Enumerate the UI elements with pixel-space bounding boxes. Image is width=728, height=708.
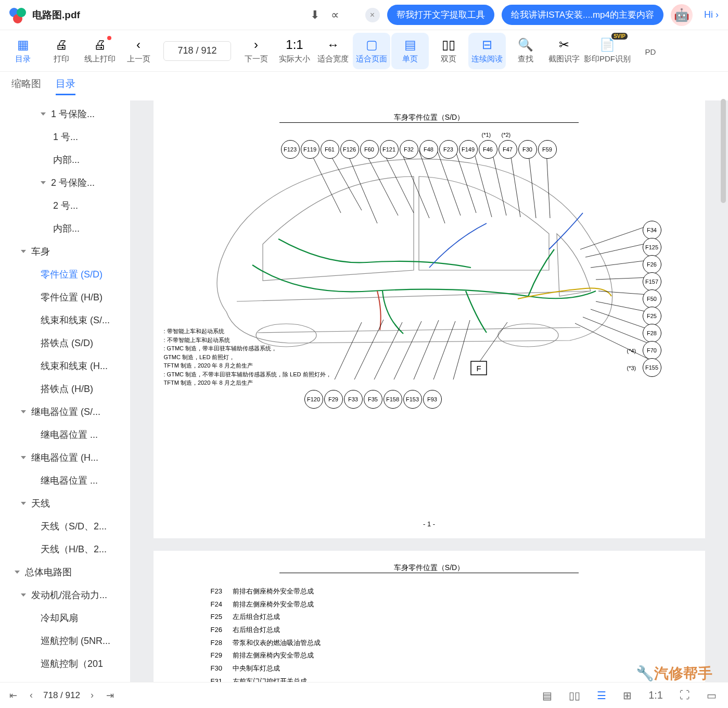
connector-label: F155 — [643, 358, 661, 377]
tool-label: 连续阅读 — [471, 54, 503, 64]
document-viewport[interactable]: 车身零件位置（S/D） — [130, 100, 728, 689]
outline-item[interactable]: 发动机/混合动力... — [0, 584, 130, 606]
svg-line-11 — [474, 150, 492, 217]
outline-item[interactable]: 零件位置 (H/B) — [0, 286, 130, 309]
outline-item[interactable]: 1 号... — [0, 125, 130, 148]
svg-point-1 — [498, 324, 558, 347]
svg-line-25 — [335, 322, 362, 380]
outline-item[interactable]: 线束和线束 (H... — [0, 355, 130, 377]
tool-PD[interactable]: PD — [632, 33, 669, 69]
outline-item[interactable]: 内部... — [0, 148, 130, 171]
outline-item[interactable]: 线束和线束 (S/... — [0, 309, 130, 332]
parts-row: F30中央制车灯总成 — [211, 662, 689, 675]
next-page-icon[interactable]: › — [91, 690, 94, 701]
outline-item[interactable]: 2 号保险... — [0, 171, 130, 194]
ai-suggestion-1[interactable]: 帮我打开文字提取工具 — [387, 5, 494, 25]
tool-查找[interactable]: 🔍查找 — [507, 33, 544, 69]
download-icon[interactable]: ⬇ — [310, 8, 320, 22]
tool-影印PDF识别[interactable]: 📄影印PDF识别SVIP — [584, 33, 631, 69]
outline-item[interactable]: 继电器位置 (H... — [0, 446, 130, 469]
outline-item[interactable]: 搭铁点 (H/B) — [0, 377, 130, 400]
connector-label: F26 — [643, 255, 661, 274]
tool-目录[interactable]: ▦目录 — [4, 33, 42, 69]
outline-item[interactable]: 车身 — [0, 240, 130, 263]
connector-label: F59 — [538, 140, 557, 159]
outline-item[interactable]: 搭铁点 (S/D) — [0, 332, 130, 355]
outline-item[interactable]: 2 号... — [0, 194, 130, 217]
zoom-fit-icon[interactable]: ⛶ — [678, 687, 692, 703]
tool-label: 适合宽度 — [317, 54, 349, 64]
view-mode-icon[interactable]: ▭ — [705, 687, 719, 704]
connector-label: F29 — [324, 390, 343, 409]
connector-label: F119 — [301, 140, 320, 159]
connector-label: F46 — [479, 140, 497, 159]
footer-page-indicator: 718 / 912 — [43, 690, 80, 701]
outline-item[interactable]: 天线（H/B、2... — [0, 538, 130, 561]
outline-item[interactable]: 继电器位置 (S/... — [0, 400, 130, 423]
tool-打印[interactable]: 🖨打印 — [43, 33, 80, 69]
outline-label: 内部... — [53, 154, 80, 166]
zoom-actual-icon[interactable]: 1:1 — [646, 687, 665, 703]
view-single-icon[interactable]: ▤ — [540, 687, 554, 704]
hi-label[interactable]: Hi › — [704, 9, 719, 20]
tool-适合宽度[interactable]: ↔适合宽度 — [314, 33, 352, 69]
tool-下一页[interactable]: ›下一页 — [237, 33, 275, 69]
vertical-scrollbar[interactable] — [721, 99, 726, 203]
tool-label: 双页 — [441, 54, 456, 64]
tool-双页[interactable]: ▯▯双页 — [430, 33, 467, 69]
connector-label: F93 — [423, 390, 442, 409]
tool-单页[interactable]: ▤单页 — [391, 33, 429, 69]
outline-item[interactable]: 1 号保险... — [0, 103, 130, 125]
outline-item[interactable]: 继电器位置 ... — [0, 423, 130, 446]
view-grid-icon[interactable]: ⊞ — [621, 687, 634, 704]
outline-label: 2 号保险... — [51, 176, 95, 189]
svg-line-29 — [414, 320, 439, 380]
svg-line-19 — [596, 277, 648, 280]
connector-label: F120 — [304, 390, 323, 409]
tool-label: 实际大小 — [279, 54, 310, 64]
outline-item[interactable]: 继电器位置 ... — [0, 469, 130, 492]
tool-线上打印[interactable]: 🖨线上打印 — [81, 33, 119, 69]
outline-item[interactable]: 巡航控制（201 — [0, 652, 130, 675]
outline-item[interactable]: 内部... — [0, 217, 130, 240]
outline-item[interactable]: 冷却风扇 — [0, 606, 130, 629]
caret-down-icon — [41, 181, 46, 184]
outline-label: 2 号... — [53, 199, 78, 212]
first-page-icon[interactable]: ⇤ — [9, 690, 17, 701]
tool-icon: 📄 — [599, 37, 615, 52]
caret-down-icon — [21, 502, 26, 505]
tool-连续阅读[interactable]: ⊟连续阅读 — [468, 33, 506, 69]
outline-item[interactable]: 巡航控制 (5NR... — [0, 629, 130, 652]
ai-suggestion-2[interactable]: 给我讲讲ISTA安装....mp4的主要内容 — [502, 5, 664, 25]
last-page-icon[interactable]: ⇥ — [106, 690, 114, 701]
tool-适合页面[interactable]: ▢适合页面 — [353, 33, 390, 69]
outline-sidebar[interactable]: 1 号保险...1 号...内部...2 号保险...2 号...内部...车身… — [0, 100, 130, 689]
connector-label: F33 — [344, 390, 363, 409]
ai-avatar[interactable]: 🤖 — [671, 4, 693, 26]
note-marker: (*1) — [482, 132, 491, 138]
prev-page-icon[interactable]: ‹ — [30, 690, 33, 701]
tool-实际大小[interactable]: 1:1实际大小 — [276, 33, 313, 69]
caret-down-icon — [21, 250, 26, 253]
page-indicator[interactable]: 718 / 912 — [163, 41, 231, 61]
connector-label: F28 — [643, 324, 661, 343]
svg-line-3 — [328, 150, 362, 210]
share-icon[interactable]: ∝ — [331, 8, 339, 22]
view-continuous-icon[interactable]: ☰ — [595, 687, 608, 704]
tool-icon: 🔍 — [518, 37, 533, 52]
tab-thumbnails[interactable]: 缩略图 — [11, 77, 41, 95]
tool-截图识字[interactable]: ✂截图识字 — [545, 33, 583, 69]
outline-item[interactable]: 天线 — [0, 492, 130, 515]
view-double-icon[interactable]: ▯▯ — [567, 687, 582, 704]
tab-outline[interactable]: 目录 — [56, 77, 75, 95]
connector-label: F50 — [643, 289, 661, 308]
tool-上一页[interactable]: ‹上一页 — [120, 33, 157, 69]
svg-line-12 — [492, 150, 506, 216]
outline-item[interactable]: 天线（S/D、2... — [0, 515, 130, 538]
svg-line-21 — [596, 301, 648, 312]
outline-item[interactable]: 零件位置 (S/D) — [0, 263, 130, 286]
outline-item[interactable]: 总体电路图 — [0, 561, 130, 584]
connector-label: F121 — [380, 140, 399, 159]
close-pill-button[interactable]: × — [365, 8, 380, 22]
tool-label: PD — [645, 47, 656, 56]
